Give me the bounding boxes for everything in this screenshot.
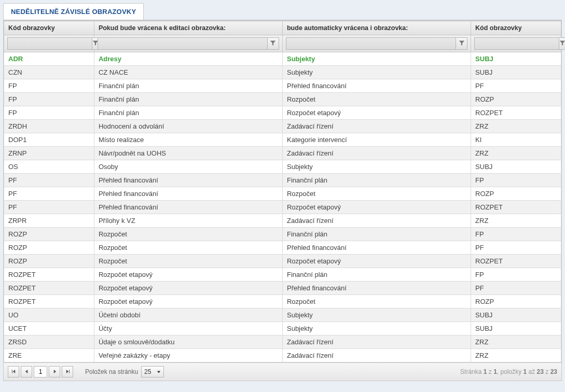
- first-page-icon: [11, 368, 16, 375]
- col-header-returned[interactable]: Pokud bude vrácena k editaci obrazovka:: [94, 21, 282, 35]
- pager-summary: Stránka 1 z 1, položky 1 až 23 z 23: [460, 368, 557, 375]
- col-header-code-left[interactable]: Kód obrazovky: [4, 21, 94, 35]
- table-cell: Hodnocení a odvolání: [94, 120, 282, 133]
- table-row[interactable]: UCETÚčtySubjektySUBJ: [4, 322, 561, 335]
- table-cell: Finanční plán: [94, 93, 282, 106]
- table-row[interactable]: ROZPRozpočetFinanční plánFP: [4, 228, 561, 241]
- table-cell: Kategorie intervencí: [282, 133, 471, 147]
- next-page-icon: [52, 368, 57, 375]
- filter-input-code-right[interactable]: [474, 37, 559, 50]
- table-row[interactable]: FPFinanční plánRozpočetROZP: [4, 93, 561, 106]
- table-cell: ROZP: [471, 93, 561, 106]
- table-cell: Přílohy k VZ: [94, 214, 282, 228]
- table-row[interactable]: UOÚčetní obdobíSubjektySUBJ: [4, 309, 561, 322]
- table-row[interactable]: DOP1Místo realizaceKategorie intervencíK…: [4, 133, 561, 147]
- table-cell: ZRDH: [4, 120, 94, 133]
- table-row[interactable]: CZNCZ NACESubjektySUBJ: [4, 66, 561, 79]
- pager-last-button[interactable]: [62, 366, 73, 377]
- table-cell: Rozpočet: [282, 187, 471, 201]
- table-cell: Veřejné zakázky - etapy: [94, 349, 282, 362]
- pager-first-button[interactable]: [8, 366, 19, 377]
- table-row[interactable]: PFPřehled financováníFinanční plánFP: [4, 174, 561, 187]
- table-cell: Rozpočet etapový: [282, 106, 471, 120]
- table-cell: ROZP: [4, 241, 94, 255]
- table-cell: ROZP: [471, 295, 561, 309]
- table-cell: Finanční plán: [282, 268, 471, 282]
- table-row[interactable]: ZRDHHodnocení a odvoláníZadávací řízeníZ…: [4, 120, 561, 133]
- per-page-value: 25: [144, 368, 151, 375]
- table-row[interactable]: ROZPETRozpočet etapovýFinanční plánFP: [4, 268, 561, 282]
- col-header-autoreturned[interactable]: bude automaticky vrácena i obrazovka:: [282, 21, 471, 35]
- col-header-label: Kód obrazovky: [475, 24, 522, 32]
- col-header-code-right[interactable]: Kód obrazovky: [471, 21, 561, 35]
- last-page-icon: [65, 368, 70, 375]
- table-cell: Návr/podnět na UOHS: [94, 147, 282, 160]
- table-row[interactable]: ZREVeřejné zakázky - etapyZadávací řízen…: [4, 349, 561, 362]
- table-row[interactable]: FPFinanční plánRozpočet etapovýROZPET: [4, 106, 561, 120]
- table-cell: ZRZ: [471, 147, 561, 160]
- table-cell: Přehled financování: [282, 241, 471, 255]
- filter-input-returned[interactable]: [98, 37, 268, 50]
- table-cell: SUBJ: [471, 66, 561, 79]
- pager-page-input[interactable]: [34, 366, 47, 377]
- table-cell: FP: [4, 79, 94, 93]
- table-row[interactable]: PFPřehled financováníRozpočetROZP: [4, 187, 561, 201]
- pager-prev-button[interactable]: [21, 366, 32, 377]
- table-row[interactable]: ROZPRozpočetPřehled financováníPF: [4, 241, 561, 255]
- table-cell: Finanční plán: [282, 174, 471, 187]
- table-cell: UCET: [4, 322, 94, 335]
- table-cell: Zadávací řízení: [282, 335, 471, 349]
- table-row[interactable]: ROZPETRozpočet etapovýRozpočetROZP: [4, 295, 561, 309]
- table-cell: Osoby: [94, 160, 282, 174]
- table-cell: ROZPET: [4, 295, 94, 309]
- pager: Položek na stránku 25 Stránka 1 z 1, pol…: [4, 362, 561, 381]
- table-row[interactable]: OSOsobySubjektySUBJ: [4, 160, 561, 174]
- table-cell: Účetní období: [94, 309, 282, 322]
- table-cell: SUBJ: [471, 160, 561, 174]
- table-cell: CZ NACE: [94, 66, 282, 79]
- table-cell: SUBJ: [471, 52, 561, 66]
- table-cell: Subjekty: [282, 66, 471, 79]
- table-cell: Rozpočet: [282, 93, 471, 106]
- table-cell: Údaje o smlouvě/dodatku: [94, 335, 282, 349]
- table-cell: Subjekty: [282, 309, 471, 322]
- table-cell: ROZP: [4, 228, 94, 241]
- tab-dependent-screens[interactable]: NEDĚLITELNĚ ZÁVISLÉ OBRAZOVKY: [3, 3, 144, 20]
- filter-button[interactable]: [456, 37, 467, 50]
- table-cell: Zadávací řízení: [282, 120, 471, 133]
- table-row[interactable]: PFPřehled financováníRozpočet etapovýROZ…: [4, 201, 561, 214]
- funnel-icon: [559, 40, 565, 48]
- table-cell: ZRSD: [4, 335, 94, 349]
- table-cell: Rozpočet etapový: [282, 255, 471, 268]
- table-cell: CZN: [4, 66, 94, 79]
- table-cell: Účty: [94, 322, 282, 335]
- filter-input-autoreturned[interactable]: [286, 37, 456, 50]
- table-cell: Rozpočet etapový: [94, 295, 282, 309]
- table-cell: Rozpočet etapový: [282, 201, 471, 214]
- table-cell: Přehled financování: [94, 187, 282, 201]
- table-row[interactable]: ZRPRPřílohy k VZZadávací řízeníZRZ: [4, 214, 561, 228]
- table-cell: KI: [471, 133, 561, 147]
- table-row[interactable]: ZRNPNávr/podnět na UOHSZadávací řízeníZR…: [4, 147, 561, 160]
- table-cell: ZRZ: [471, 120, 561, 133]
- funnel-icon: [459, 40, 465, 48]
- table-cell: PF: [471, 79, 561, 93]
- per-page-select[interactable]: 25: [141, 366, 164, 377]
- table-row[interactable]: ROZPETRozpočet etapovýPřehled financován…: [4, 282, 561, 295]
- table-row[interactable]: ZRSDÚdaje o smlouvě/dodatkuZadávací říze…: [4, 335, 561, 349]
- table-cell: OS: [4, 160, 94, 174]
- table-cell: ZRZ: [471, 335, 561, 349]
- table-row[interactable]: FPFinanční plánPřehled financováníPF: [4, 79, 561, 93]
- pager-next-button[interactable]: [49, 366, 60, 377]
- table-cell: PF: [4, 201, 94, 214]
- table-cell: ZRNP: [4, 147, 94, 160]
- table-cell: ROZPET: [471, 201, 561, 214]
- table-row[interactable]: ADRAdresySubjektySUBJ: [4, 52, 561, 66]
- filter-input-code-left[interactable]: [7, 37, 92, 50]
- table-row[interactable]: ROZPRozpočetRozpočet etapovýROZPET: [4, 255, 561, 268]
- table-cell: PF: [4, 174, 94, 187]
- filter-button[interactable]: [268, 37, 279, 50]
- table-cell: PF: [471, 282, 561, 295]
- table-cell: ROZPET: [471, 255, 561, 268]
- filter-button[interactable]: [559, 37, 565, 50]
